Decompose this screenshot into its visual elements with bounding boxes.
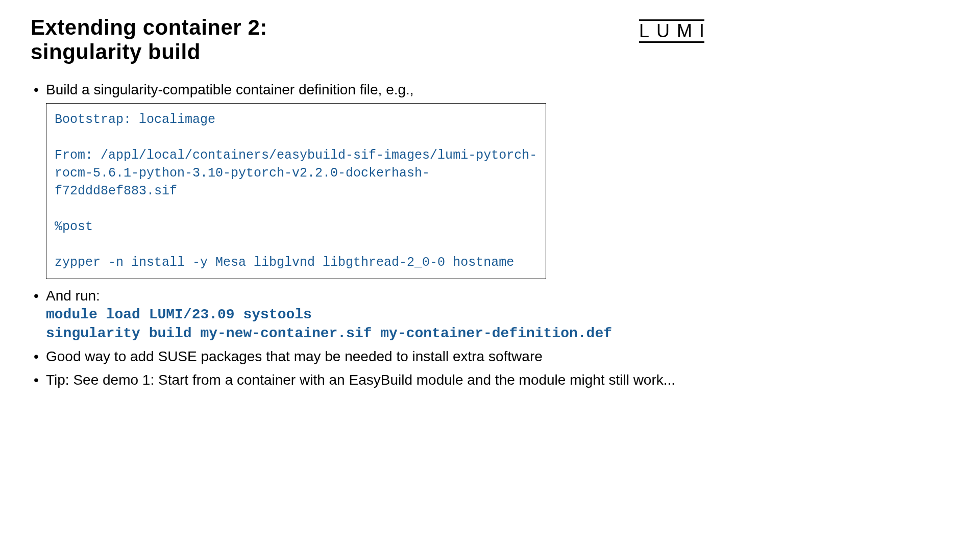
bullet-4: Tip: See demo 1: Start from a container … (31, 370, 704, 390)
title-line-2: singularity build (31, 40, 201, 64)
bullet-2-text: And run: (46, 288, 100, 304)
command-line-2: singularity build my-new-container.sif m… (46, 324, 704, 343)
title-line-1: Extending container 2: (31, 15, 267, 39)
bullet-1: Build a singularity-compatible container… (31, 80, 704, 99)
slide-header: Extending container 2: singularity build… (31, 15, 704, 65)
bullet-2: And run: module load LUMI/23.09 systools… (31, 286, 704, 343)
lumi-logo-text: LUMI (639, 22, 712, 40)
command-line-1: module load LUMI/23.09 systools (46, 306, 704, 324)
bullet-list: Build a singularity-compatible container… (31, 80, 704, 99)
bullet-1-text: Build a singularity-compatible container… (46, 82, 414, 97)
definition-file-codebox: Bootstrap: localimage From: /appl/local/… (46, 103, 546, 279)
bullet-3-text: Good way to add SUSE packages that may b… (46, 348, 543, 364)
lumi-logo: LUMI (639, 19, 704, 43)
bullet-3: Good way to add SUSE packages that may b… (31, 347, 704, 366)
slide-title: Extending container 2: singularity build (31, 15, 267, 65)
bullet-list-2: And run: module load LUMI/23.09 systools… (31, 286, 704, 389)
bullet-4-text: Tip: See demo 1: Start from a container … (46, 372, 675, 388)
